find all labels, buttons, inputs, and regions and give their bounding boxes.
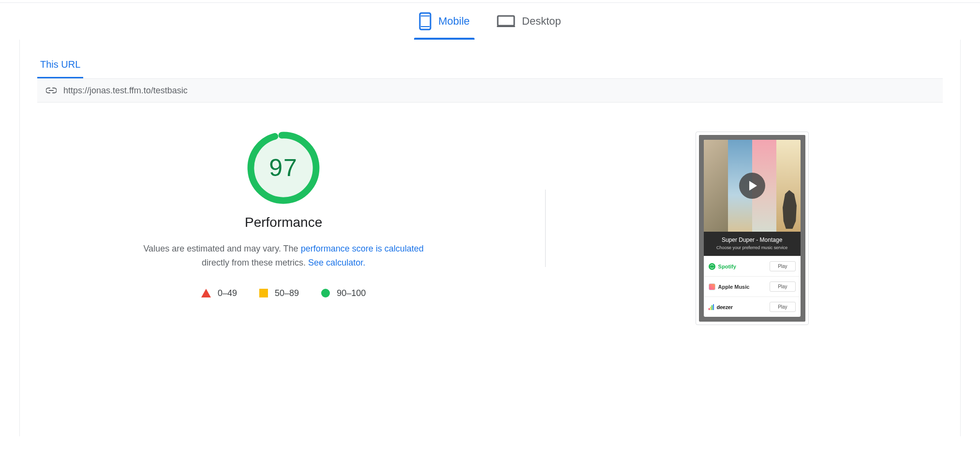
desc-prefix: Values are estimated and may vary. The [143, 244, 300, 253]
svg-rect-7 [259, 289, 268, 297]
deezer-icon [709, 304, 714, 310]
vertical-divider [545, 190, 546, 267]
score-legend: 0–49 50–89 90–100 [201, 288, 366, 298]
url-bar: https://jonas.test.ffm.to/testbasic [37, 78, 943, 103]
svg-rect-3 [498, 16, 514, 26]
square-icon [259, 289, 268, 297]
service-row-spotify: Spotify Play [704, 256, 801, 276]
subtab-this-url[interactable]: This URL [37, 59, 83, 78]
service-name: deezer [717, 304, 733, 310]
report-body: 97 Performance Values are estimated and … [37, 132, 943, 325]
sub-tabs: This URL [37, 40, 943, 78]
preview-cover [704, 140, 801, 232]
service-row-apple: Apple Music Play [704, 276, 801, 296]
service-play-button: Play [770, 261, 795, 271]
desktop-icon [497, 15, 515, 28]
preview-track-sub: Choose your preferred music service [707, 245, 798, 250]
preview-column: Super Duper - Montage Choose your prefer… [565, 132, 939, 325]
tab-mobile[interactable]: Mobile [417, 3, 472, 40]
tab-mobile-label: Mobile [438, 15, 470, 28]
performance-score-value: 97 [247, 132, 320, 204]
legend-mid: 50–89 [259, 288, 299, 298]
service-name: Apple Music [718, 284, 750, 290]
performance-gauge: 97 [247, 132, 320, 204]
service-name: Spotify [718, 264, 736, 269]
preview-track-title: Super Duper - Montage [707, 237, 798, 243]
report-frame: This URL https://jonas.test.ffm.to/testb… [19, 40, 961, 436]
service-row-deezer: deezer Play [704, 296, 801, 317]
triangle-icon [201, 289, 211, 297]
link-see-calculator[interactable]: See calculator. [308, 258, 365, 267]
tab-desktop[interactable]: Desktop [495, 3, 563, 40]
page-screenshot: Super Duper - Montage Choose your prefer… [696, 132, 809, 325]
url-text: https://jonas.test.ffm.to/testbasic [63, 86, 188, 96]
circle-icon [321, 289, 330, 297]
apple-music-icon [709, 283, 715, 290]
service-play-button: Play [770, 281, 795, 292]
mobile-icon [419, 12, 431, 30]
legend-low: 0–49 [201, 288, 237, 298]
svg-point-8 [321, 289, 330, 297]
spotify-icon [709, 263, 715, 270]
service-play-button: Play [770, 302, 795, 312]
svg-rect-4 [497, 26, 515, 27]
performance-title: Performance [245, 215, 322, 230]
legend-high: 90–100 [321, 288, 366, 298]
preview-track-header: Super Duper - Montage Choose your prefer… [704, 232, 801, 256]
desc-mid: directly from these metrics. [202, 258, 308, 267]
device-tabs: Mobile Desktop [0, 3, 980, 40]
legend-high-label: 90–100 [337, 288, 366, 298]
link-icon [46, 88, 57, 93]
svg-marker-6 [201, 289, 211, 297]
legend-low-label: 0–49 [218, 288, 237, 298]
legend-mid-label: 50–89 [275, 288, 299, 298]
performance-description: Values are estimated and may vary. The p… [138, 242, 429, 270]
link-score-calculated[interactable]: performance score is calculated [301, 244, 424, 253]
score-column: 97 Performance Values are estimated and … [41, 132, 526, 298]
tab-desktop-label: Desktop [522, 15, 561, 28]
